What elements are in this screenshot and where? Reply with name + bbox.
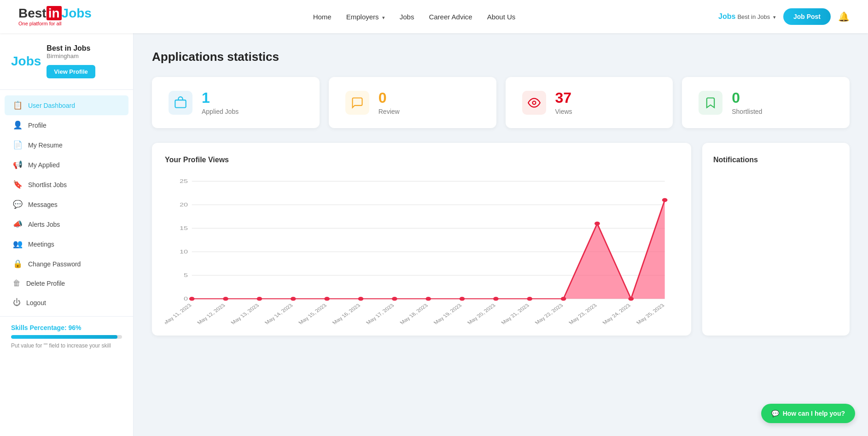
notification-bell-icon[interactable]: 🔔: [838, 11, 850, 22]
navbar-right: Jobs Best in Jobs ▾ Job Post 🔔: [718, 8, 850, 25]
svg-point-19: [358, 297, 364, 301]
sidebar-item-logout[interactable]: ⏻Logout: [0, 293, 133, 312]
lower-section: Your Profile Views 0510152025May 11, 202…: [152, 143, 850, 336]
svg-text:5: 5: [184, 272, 188, 278]
svg-point-28: [662, 198, 668, 202]
sidebar-item-change-password[interactable]: 🔒Change Password: [0, 254, 133, 274]
svg-text:May 19, 2023: May 19, 2023: [432, 303, 463, 325]
view-profile-button[interactable]: View Profile: [47, 65, 95, 78]
page-title: Applications statistics: [152, 50, 850, 64]
svg-point-1: [532, 101, 536, 104]
sidebar-item-shortlist-jobs[interactable]: 🔖Shortlist Jobs: [0, 175, 133, 194]
svg-point-14: [189, 297, 195, 301]
chart-wrapper: 0510152025May 11, 2023May 12, 2023May 13…: [165, 171, 678, 328]
stat-label-applied-jobs: Applied Jobs: [202, 108, 239, 115]
nav-icon-alerts-jobs: 📣: [13, 219, 23, 229]
svg-rect-0: [175, 100, 186, 107]
sidebar-item-user-dashboard[interactable]: 📋User Dashboard: [5, 95, 128, 115]
sidebar-company-name: Best in Jobs: [47, 44, 95, 53]
svg-text:May 14, 2023: May 14, 2023: [263, 303, 294, 325]
sidebar-item-my-applied[interactable]: 📢My Applied: [0, 155, 133, 175]
navbar: BestinJobs One platform for all Home Emp…: [0, 0, 868, 33]
brand-dropdown-arrow: ▾: [773, 14, 776, 20]
sidebar-item-messages[interactable]: 💬Messages: [0, 194, 133, 214]
logo: BestinJobs One platform for all: [18, 7, 92, 26]
nav-icon-delete-profile: 🗑: [13, 279, 21, 288]
stat-icon-views: [522, 91, 546, 115]
svg-text:May 15, 2023: May 15, 2023: [297, 303, 327, 325]
sidebar-item-my-resume[interactable]: 📄My Resume: [0, 135, 133, 155]
layout: Jobs Best in Jobs Birmingham View Profil…: [0, 33, 868, 436]
nav-label-messages: Messages: [28, 201, 58, 208]
job-post-button[interactable]: Job Post: [783, 8, 831, 25]
stat-number-review: 0: [379, 90, 400, 106]
nav-icon-logout: ⏻: [13, 298, 21, 307]
nav-label-delete-profile: Delete Profile: [26, 280, 65, 287]
sidebar-item-delete-profile[interactable]: 🗑Delete Profile: [0, 274, 133, 293]
svg-text:May 17, 2023: May 17, 2023: [365, 303, 395, 325]
sidebar-company-info: Best in Jobs Birmingham View Profile: [47, 44, 95, 78]
nav-icon-user-dashboard: 📋: [13, 100, 23, 110]
sidebar-item-meetings[interactable]: 👥Meetings: [0, 234, 133, 254]
svg-point-26: [594, 222, 600, 226]
sidebar-jobs-label: Jobs: [11, 54, 41, 69]
svg-point-27: [628, 297, 634, 301]
nav-label-my-applied: My Applied: [28, 161, 59, 169]
notifications-card: Notifications: [702, 143, 850, 336]
svg-text:May 22, 2023: May 22, 2023: [534, 303, 564, 325]
nav-icon-messages: 💬: [13, 200, 23, 209]
stat-icon-applied-jobs: [169, 91, 192, 115]
sidebar: Jobs Best in Jobs Birmingham View Profil…: [0, 33, 134, 436]
svg-point-15: [223, 297, 228, 301]
nav-employers[interactable]: Employers ▾: [346, 13, 385, 21]
svg-text:15: 15: [180, 225, 188, 231]
skills-section: Skills Percentage: 96% Put value for "" …: [0, 316, 133, 349]
skills-bar-fill: [11, 335, 117, 339]
svg-text:May 20, 2023: May 20, 2023: [466, 303, 496, 325]
help-button[interactable]: 💬 How can I help you?: [761, 404, 855, 423]
svg-point-18: [324, 297, 330, 301]
nav-jobs[interactable]: Jobs: [400, 13, 414, 21]
sidebar-item-profile[interactable]: 👤Profile: [0, 115, 133, 135]
brand-label: Jobs Best in Jobs ▾: [718, 12, 776, 21]
stat-number-views: 37: [555, 90, 572, 106]
nav-about-us[interactable]: About Us: [487, 13, 516, 21]
skills-bar: [11, 335, 122, 339]
svg-point-20: [392, 297, 397, 301]
nav-icon-shortlist-jobs: 🔖: [13, 180, 23, 189]
help-button-label: How can I help you?: [783, 410, 845, 417]
logo-subtitle: One platform for all: [18, 21, 62, 26]
nav-career-advice[interactable]: Career Advice: [429, 13, 472, 21]
logo-best: Best: [18, 6, 47, 20]
sidebar-nav: 📋User Dashboard👤Profile📄My Resume📢My App…: [0, 95, 133, 312]
stat-icon-review: [345, 91, 369, 115]
skills-percent: 96%: [69, 324, 82, 331]
whatsapp-icon: 💬: [771, 410, 779, 417]
nav-label-meetings: Meetings: [28, 241, 54, 248]
nav-icon-profile: 👤: [13, 120, 23, 130]
svg-text:May 11, 2023: May 11, 2023: [165, 303, 192, 325]
stat-cards: 1 Applied Jobs 0 Review 37 Views: [152, 77, 850, 128]
nav-icon-change-password: 🔒: [13, 259, 23, 269]
svg-point-23: [493, 297, 499, 301]
stat-card-applied-jobs: 1 Applied Jobs: [152, 77, 320, 128]
stat-info-review: 0 Review: [379, 90, 400, 115]
nav-label-profile: Profile: [28, 122, 47, 129]
sidebar-item-alerts-jobs[interactable]: 📣Alerts Jobs: [0, 214, 133, 234]
nav-links: Home Employers ▾ Jobs Career Advice Abou…: [110, 13, 718, 21]
svg-text:May 24, 2023: May 24, 2023: [601, 303, 632, 325]
svg-text:May 12, 2023: May 12, 2023: [196, 303, 226, 325]
employers-dropdown-arrow: ▾: [382, 15, 385, 20]
svg-text:20: 20: [180, 202, 188, 208]
svg-point-17: [291, 297, 296, 301]
svg-point-24: [527, 297, 532, 301]
svg-point-22: [460, 297, 465, 301]
stat-card-review: 0 Review: [329, 77, 496, 128]
nav-label-alerts-jobs: Alerts Jobs: [28, 221, 60, 228]
nav-home[interactable]: Home: [313, 13, 332, 21]
svg-text:May 16, 2023: May 16, 2023: [331, 303, 361, 325]
svg-text:May 23, 2023: May 23, 2023: [567, 303, 598, 325]
logo-in: in: [47, 6, 62, 20]
stat-label-shortlisted: Shortlisted: [732, 108, 762, 115]
svg-text:May 21, 2023: May 21, 2023: [500, 303, 530, 325]
